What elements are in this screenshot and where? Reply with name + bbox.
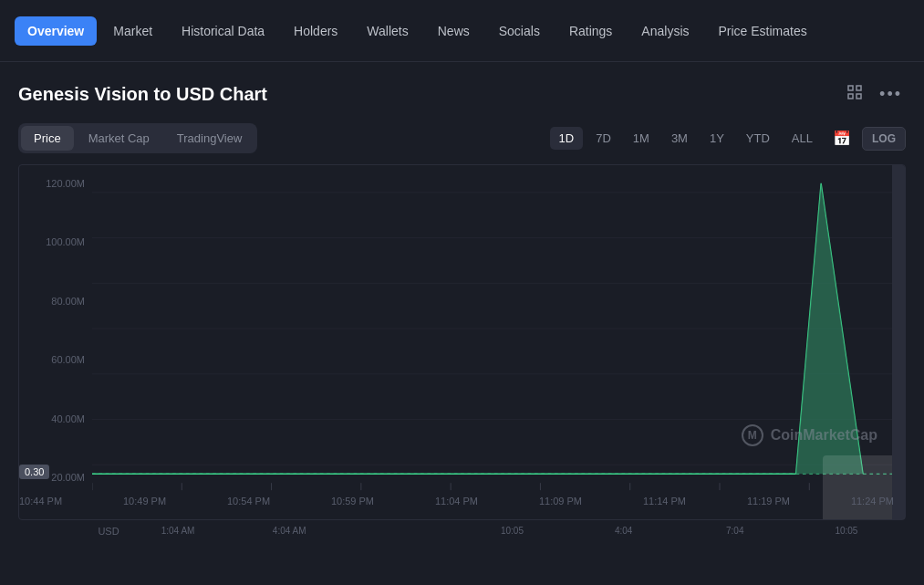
x-label-1114: 11:14 PM: [643, 496, 686, 507]
range-1y[interactable]: 1Y: [701, 127, 733, 150]
sub-label-2: 4:04 AM: [234, 526, 345, 537]
svg-rect-0: [848, 86, 853, 90]
nav-item-historical-data[interactable]: Historical Data: [169, 16, 277, 46]
navigation: Overview Market Historical Data Holders …: [0, 0, 924, 62]
nav-item-socials[interactable]: Socials: [486, 16, 553, 46]
more-options-button[interactable]: •••: [876, 81, 906, 108]
sub-label-3: [345, 526, 456, 537]
sub-label-4: 10:05: [456, 526, 567, 537]
x-label-1109: 11:09 PM: [539, 496, 582, 507]
svg-rect-1: [857, 86, 861, 90]
nav-item-wallets[interactable]: Wallets: [354, 16, 420, 46]
tab-market-cap[interactable]: Market Cap: [76, 126, 162, 151]
tab-trading-view[interactable]: TradingView: [164, 126, 255, 151]
nav-item-news[interactable]: News: [425, 16, 483, 46]
y-label-40m: 40.00M: [19, 413, 92, 424]
range-3m[interactable]: 3M: [662, 127, 697, 150]
log-button[interactable]: LOG: [862, 127, 906, 151]
coinmarketcap-logo-icon: M: [742, 424, 763, 446]
range-group: 1D 7D 1M 3M 1Y YTD ALL 📅 LOG: [550, 126, 906, 151]
svg-rect-3: [857, 94, 861, 99]
right-ticker: [892, 165, 905, 519]
y-label-120m: 120.00M: [19, 178, 92, 189]
range-all[interactable]: ALL: [783, 127, 822, 150]
sub-label-7: 10:05: [791, 526, 902, 537]
range-ytd[interactable]: YTD: [737, 127, 779, 150]
chart-controls: Price Market Cap TradingView 1D 7D 1M 3M…: [18, 123, 906, 153]
nav-item-holders[interactable]: Holders: [281, 16, 350, 46]
calendar-button[interactable]: 📅: [825, 126, 858, 151]
fullscreen-button[interactable]: [843, 80, 867, 109]
sub-label-1: 1:04 AM: [122, 526, 234, 537]
x-label-1054: 10:54 PM: [227, 496, 270, 507]
usd-axis-label: USD: [95, 526, 122, 537]
svg-rect-2: [848, 94, 853, 99]
y-label-60m: 60.00M: [19, 354, 92, 365]
range-7d[interactable]: 7D: [587, 127, 620, 150]
main-content: Genesis Vision to USD Chart ••• Price Ma…: [0, 62, 924, 537]
range-1d[interactable]: 1D: [550, 127, 584, 150]
price-badge: 0.30: [19, 465, 49, 479]
chart-actions: •••: [843, 80, 906, 109]
x-label-1044: 10:44 PM: [19, 496, 62, 507]
y-label-100m: 100.00M: [19, 236, 92, 247]
chart-title: Genesis Vision to USD Chart: [18, 84, 267, 105]
nav-item-ratings[interactable]: Ratings: [556, 16, 625, 46]
x-label-1124: 11:24 PM: [851, 496, 894, 507]
nav-item-overview[interactable]: Overview: [15, 16, 97, 46]
tab-price[interactable]: Price: [21, 126, 74, 151]
bottom-sublabels: USD 1:04 AM 4:04 AM 10:05 4:04 7:04 10:0…: [18, 522, 906, 537]
sub-label-6: 7:04: [680, 526, 791, 537]
chart-area: 120.00M 100.00M 80.00M 60.00M 40.00M 20.…: [18, 164, 906, 520]
nav-item-price-estimates[interactable]: Price Estimates: [706, 16, 820, 46]
x-label-1119: 11:19 PM: [747, 496, 790, 507]
x-label-1104: 11:04 PM: [435, 496, 478, 507]
y-label-80m: 80.00M: [19, 296, 92, 307]
range-1m[interactable]: 1M: [624, 127, 659, 150]
sub-label-5: 4:04: [568, 526, 680, 537]
nav-item-analysis[interactable]: Analysis: [628, 16, 701, 46]
nav-item-market[interactable]: Market: [100, 16, 165, 46]
chart-tab-group: Price Market Cap TradingView: [18, 123, 257, 153]
watermark-text: CoinMarketCap: [771, 427, 877, 444]
x-label-1059: 10:59 PM: [331, 496, 374, 507]
chart-svg: [92, 165, 905, 519]
x-axis-labels: 10:44 PM 10:49 PM 10:54 PM 10:59 PM 11:0…: [19, 496, 905, 507]
watermark: M CoinMarketCap: [742, 424, 877, 446]
chart-header: Genesis Vision to USD Chart •••: [18, 80, 906, 109]
x-label-1049: 10:49 PM: [123, 496, 166, 507]
